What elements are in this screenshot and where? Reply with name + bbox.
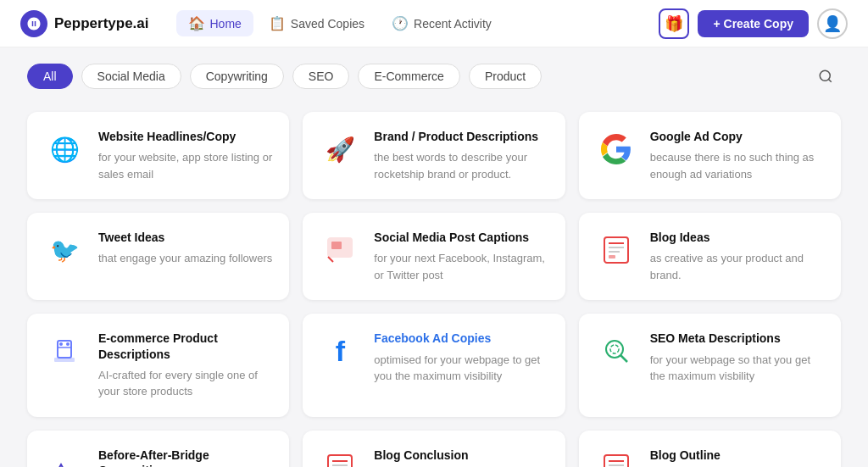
- svg-rect-5: [604, 237, 628, 263]
- card-desc-website-headlines: for your website, app store listing or s…: [98, 149, 272, 182]
- card-title-ecommerce-desc: E-commerce Product Descriptions: [98, 331, 272, 361]
- card-content-seo-meta: SEO Meta Descriptions for your webpage s…: [650, 331, 824, 384]
- filter-all[interactable]: All: [27, 64, 73, 89]
- svg-rect-9: [609, 255, 615, 259]
- svg-line-16: [620, 355, 627, 362]
- card-icon-globe: 🌐: [44, 129, 85, 170]
- gift-button[interactable]: 🎁: [659, 8, 689, 39]
- filter-seo[interactable]: SEO: [292, 64, 350, 89]
- search-button[interactable]: [810, 61, 841, 92]
- card-desc-tweet-ideas: that engage your amazing followers: [98, 250, 272, 267]
- svg-point-17: [610, 345, 619, 353]
- card-icon-twitter: 🐦: [44, 230, 85, 270]
- card-title-brand-product: Brand / Product Descriptions: [374, 129, 548, 144]
- logo-text: Peppertype.ai: [54, 15, 149, 32]
- card-title-social-captions: Social Media Post Captions: [374, 230, 548, 245]
- card-icon-blogout: [596, 448, 637, 467]
- card-desc-blog-ideas: as creative as your product and brand.: [650, 250, 824, 283]
- card-content-blog-ideas: Blog Ideas as creative as your product a…: [650, 230, 824, 283]
- svg-rect-14: [54, 358, 75, 362]
- nav-home[interactable]: 🏠 Home: [176, 10, 253, 36]
- activity-icon: 🕐: [392, 15, 409, 31]
- card-social-captions[interactable]: Social Media Post Captions for your next…: [303, 213, 565, 300]
- user-icon: 👤: [823, 14, 842, 33]
- filter-bar: All Social Media Copywriting SEO E-Comme…: [0, 47, 868, 105]
- card-content-brand-product: Brand / Product Descriptions the best wo…: [374, 129, 548, 182]
- avatar-button[interactable]: 👤: [817, 8, 848, 39]
- card-desc-brand-product: the best words to describe your rocketsh…: [374, 149, 548, 182]
- card-blog-ideas[interactable]: Blog Ideas as creative as your product a…: [579, 213, 841, 300]
- card-desc-seo-meta: for your webpage so that you get the max…: [650, 352, 824, 385]
- card-icon-blog: [596, 230, 637, 270]
- home-icon: 🏠: [188, 15, 205, 31]
- card-blog-conclusion[interactable]: Blog Conclusion that leaves your audienc…: [303, 431, 565, 467]
- card-ecommerce-desc[interactable]: E-commerce Product Descriptions AI-craft…: [27, 314, 289, 416]
- card-content-facebook-ad: Facebook Ad Copies optimised for your we…: [374, 331, 548, 384]
- card-content-ecommerce-desc: E-commerce Product Descriptions AI-craft…: [98, 331, 272, 399]
- card-desc-ecommerce-desc: AI-crafted for every single one of your …: [98, 367, 272, 400]
- card-grid: 🌐 Website Headlines/Copy for your websit…: [0, 105, 868, 467]
- card-content-google-ad: Google Ad Copy because there is no such …: [650, 129, 824, 182]
- card-content-social-captions: Social Media Post Captions for your next…: [374, 230, 548, 283]
- card-website-headlines[interactable]: 🌐 Website Headlines/Copy for your websit…: [27, 112, 289, 199]
- filter-copywriting[interactable]: Copywriting: [190, 64, 284, 89]
- create-copy-button[interactable]: + Create Copy: [698, 10, 809, 37]
- card-title-blog-conclusion: Blog Conclusion: [374, 448, 548, 463]
- card-title-tweet-ideas: Tweet Ideas: [98, 230, 272, 245]
- card-title-blog-outline: Blog Outline: [650, 448, 824, 463]
- card-desc-google-ad: because there is no such thing as enough…: [650, 149, 824, 182]
- card-content-blog-conclusion: Blog Conclusion that leaves your audienc…: [374, 448, 548, 467]
- card-desc-facebook-ad: optimised for your webpage to get you th…: [374, 352, 548, 385]
- nav-activity[interactable]: 🕐 Recent Activity: [380, 10, 504, 36]
- saved-icon: 📋: [269, 15, 286, 31]
- card-icon-ecommerce: [44, 331, 85, 371]
- svg-point-13: [66, 342, 70, 346]
- card-icon-seo: [596, 331, 637, 371]
- card-icon-social: [320, 230, 360, 270]
- card-title-seo-meta: SEO Meta Descriptions: [650, 331, 824, 346]
- card-title-website-headlines: Website Headlines/Copy: [98, 129, 272, 144]
- nav-saved[interactable]: 📋 Saved Copies: [257, 10, 376, 36]
- card-content-bab: Before-After-Bridge Copywriting enabling…: [98, 448, 272, 467]
- logo-area: Peppertype.ai: [20, 10, 149, 37]
- card-content-tweet-ideas: Tweet Ideas that engage your amazing fol…: [98, 230, 272, 267]
- filter-ecommerce[interactable]: E-Commerce: [358, 64, 459, 89]
- card-icon-rocket: 🚀: [320, 129, 360, 170]
- logo-icon: [20, 10, 47, 37]
- svg-line-1: [828, 79, 831, 81]
- svg-point-0: [820, 70, 830, 81]
- card-icon-bab: [44, 448, 85, 467]
- card-icon-blogcon: [320, 448, 360, 467]
- card-brand-product[interactable]: 🚀 Brand / Product Descriptions the best …: [303, 112, 565, 199]
- card-desc-social-captions: for your next Facebook, Instagram, or Tw…: [374, 250, 548, 283]
- card-bab[interactable]: Before-After-Bridge Copywriting enabling…: [27, 431, 289, 467]
- card-seo-meta[interactable]: SEO Meta Descriptions for your webpage s…: [579, 314, 841, 416]
- card-title-bab: Before-After-Bridge Copywriting: [98, 448, 272, 467]
- svg-rect-3: [331, 242, 342, 249]
- card-icon-facebook: f: [320, 331, 360, 371]
- card-title-facebook-ad: Facebook Ad Copies: [374, 331, 548, 346]
- gift-icon: 🎁: [665, 14, 683, 33]
- card-content-blog-outline: Blog Outline to expand upon your fantast…: [650, 448, 824, 467]
- card-content-website-headlines: Website Headlines/Copy for your website,…: [98, 129, 272, 182]
- card-facebook-ad[interactable]: f Facebook Ad Copies optimised for your …: [303, 314, 565, 416]
- nav-right: 🎁 + Create Copy 👤: [659, 8, 848, 39]
- filter-product[interactable]: Product: [469, 64, 542, 89]
- card-blog-outline[interactable]: Blog Outline to expand upon your fantast…: [579, 431, 841, 467]
- card-title-google-ad: Google Ad Copy: [650, 129, 824, 144]
- nav-links: 🏠 Home 📋 Saved Copies 🕐 Recent Activity: [176, 10, 653, 36]
- card-icon-google: [596, 129, 637, 170]
- card-google-ad[interactable]: Google Ad Copy because there is no such …: [579, 112, 841, 199]
- card-title-blog-ideas: Blog Ideas: [650, 230, 824, 245]
- svg-point-12: [59, 342, 63, 346]
- card-tweet-ideas[interactable]: 🐦 Tweet Ideas that engage your amazing f…: [27, 213, 289, 300]
- navbar: Peppertype.ai 🏠 Home 📋 Saved Copies 🕐 Re…: [0, 0, 868, 47]
- filter-social-media[interactable]: Social Media: [81, 64, 181, 89]
